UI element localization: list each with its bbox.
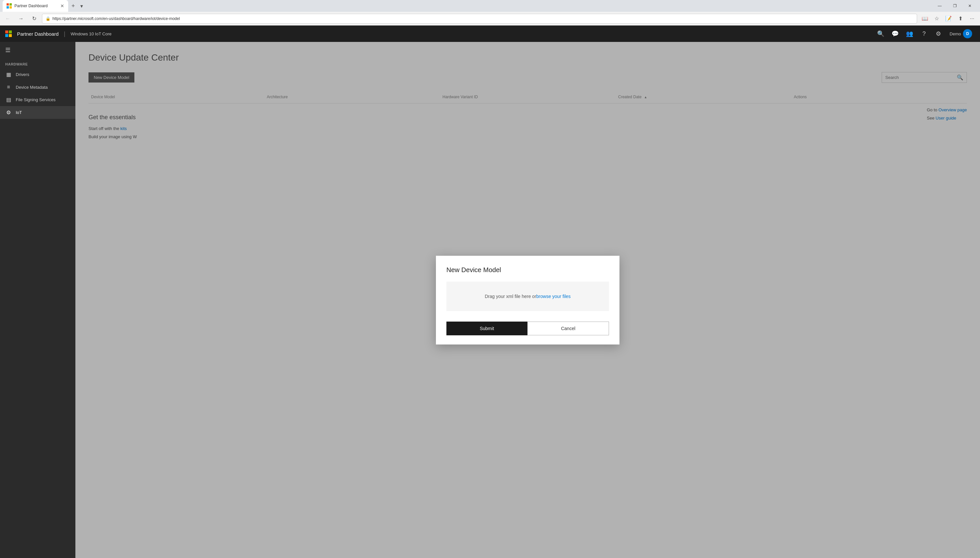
people-button[interactable]: 👥 — [904, 28, 916, 39]
reader-view-button[interactable]: 📖 — [920, 13, 930, 24]
header-divider: | — [64, 30, 66, 37]
device-metadata-icon: ≡ — [5, 84, 12, 90]
tab-close-button[interactable]: ✕ — [60, 3, 64, 8]
search-header-button[interactable]: 🔍 — [875, 28, 886, 39]
hamburger-menu-button[interactable]: ☰ — [0, 42, 76, 58]
back-button[interactable]: ← — [3, 13, 13, 24]
app-title: Partner Dashboard — [17, 31, 59, 37]
settings-button[interactable]: ⚙ — [932, 28, 944, 39]
app-subtitle: Windows 10 IoT Core — [71, 31, 112, 36]
sidebar-item-label-device-metadata: Device Metadata — [16, 85, 48, 90]
reading-list-button[interactable]: 📝 — [943, 13, 954, 24]
cancel-button[interactable]: Cancel — [527, 322, 609, 335]
svg-rect-3 — [10, 6, 12, 8]
sidebar-item-label-drivers: Drivers — [16, 72, 29, 77]
file-signing-icon: ▤ — [5, 97, 12, 103]
new-tab-button[interactable]: + — [68, 0, 78, 12]
svg-rect-4 — [5, 30, 8, 33]
lock-icon: 🔒 — [46, 16, 51, 21]
app-header: Partner Dashboard | Windows 10 IoT Core … — [0, 26, 980, 42]
svg-rect-0 — [7, 3, 9, 6]
user-profile[interactable]: Demo D — [947, 28, 975, 39]
modal-overlay: New Device Model Drag your xml file here… — [76, 42, 980, 558]
url-text: https://partner.microsoft.com/en-us/dash… — [53, 16, 914, 21]
drop-zone-text: Drag your xml file here or — [485, 294, 536, 299]
new-device-model-modal: New Device Model Drag your xml file here… — [436, 256, 619, 345]
ms-logo — [5, 30, 12, 37]
more-button[interactable]: ··· — [967, 13, 977, 24]
modal-title: New Device Model — [446, 266, 609, 274]
restore-button[interactable]: ❐ — [947, 0, 962, 12]
drivers-icon: ▦ — [5, 71, 12, 78]
help-button[interactable]: ? — [918, 28, 930, 39]
tab-favicon-icon — [7, 3, 12, 8]
content-area: Device Update Center New Device Model 🔍 … — [76, 42, 980, 558]
sidebar: ☰ HARDWARE ▦ Drivers ≡ Device Metadata ▤… — [0, 42, 76, 558]
chat-button[interactable]: 💬 — [889, 28, 901, 39]
minimize-button[interactable]: — — [932, 0, 947, 12]
modal-actions: Submit Cancel — [446, 322, 609, 335]
iot-icon: ⚙ — [5, 109, 12, 116]
sidebar-item-device-metadata[interactable]: ≡ Device Metadata — [0, 81, 76, 94]
tab-title: Partner Dashboard — [15, 3, 48, 8]
file-drop-zone[interactable]: Drag your xml file here or browse your f… — [446, 282, 609, 311]
svg-rect-7 — [9, 34, 12, 37]
browse-files-link[interactable]: browse your files — [536, 294, 571, 299]
sidebar-item-iot[interactable]: ⚙ IoT — [0, 106, 76, 119]
svg-rect-2 — [7, 6, 9, 8]
sidebar-item-drivers[interactable]: ▦ Drivers — [0, 68, 76, 81]
user-name: Demo — [950, 31, 961, 36]
svg-rect-5 — [9, 30, 12, 33]
user-avatar: D — [963, 29, 972, 38]
sidebar-item-label-iot: IoT — [16, 110, 22, 115]
sidebar-item-file-signing[interactable]: ▤ File Signing Services — [0, 94, 76, 106]
favorites-button[interactable]: ☆ — [932, 13, 942, 24]
active-tab[interactable]: Partner Dashboard ✕ — [3, 0, 68, 12]
sidebar-item-label-file-signing: File Signing Services — [16, 97, 55, 102]
sidebar-section-hardware: HARDWARE — [0, 58, 76, 68]
refresh-button[interactable]: ↻ — [29, 13, 40, 24]
tab-dropdown-button[interactable]: ▾ — [78, 0, 85, 12]
svg-rect-6 — [5, 34, 8, 37]
svg-rect-1 — [10, 3, 12, 6]
submit-button[interactable]: Submit — [446, 322, 527, 335]
close-button[interactable]: ✕ — [962, 0, 977, 12]
forward-button[interactable]: → — [16, 13, 26, 24]
share-button[interactable]: ⬆ — [955, 13, 965, 24]
address-bar[interactable]: 🔒 https://partner.microsoft.com/en-us/da… — [42, 14, 917, 24]
